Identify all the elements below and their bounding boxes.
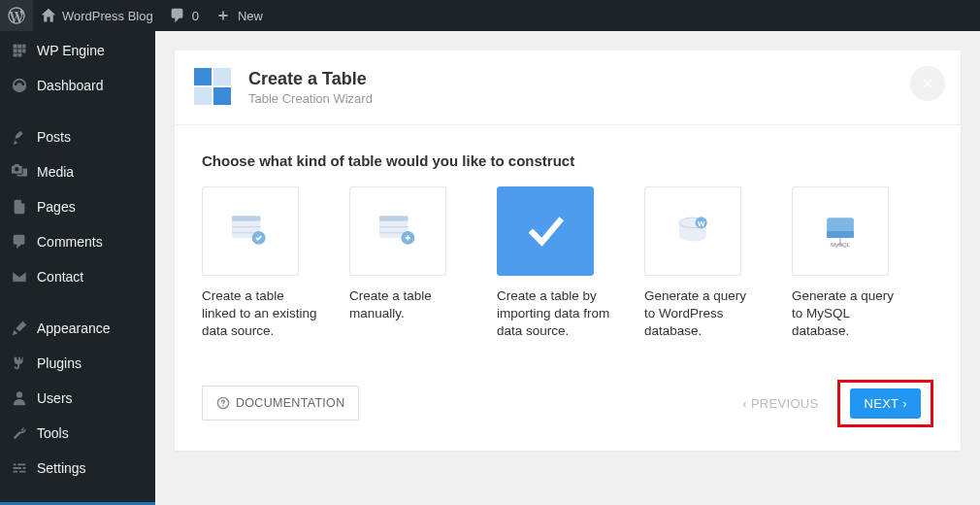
wizard-footer: DOCUMENTATION ‹ PREVIOUS NEXT › — [175, 364, 961, 451]
sidebar-item-media[interactable]: Media — [0, 154, 155, 189]
pin-icon — [10, 127, 29, 147]
new-content-link[interactable]: New — [207, 0, 271, 31]
menu-separator — [0, 109, 155, 114]
user-icon — [10, 388, 29, 408]
sidebar-item-label: Media — [37, 164, 74, 180]
svg-rect-32 — [827, 231, 854, 238]
chevron-left-icon: ‹ — [742, 396, 747, 411]
dashboard-icon — [10, 76, 29, 95]
next-label: NEXT — [864, 396, 898, 411]
site-title: WordPress Blog — [62, 9, 153, 23]
option-thumb — [497, 186, 594, 276]
option-label: Create a table by importing data from da… — [497, 287, 613, 341]
svg-point-8 — [16, 391, 22, 397]
sidebar-item-users[interactable]: Users — [0, 381, 155, 416]
option-thumb — [349, 186, 446, 276]
option-manual[interactable]: Create a table manually. — [349, 186, 474, 341]
comments-link[interactable]: 0 — [161, 0, 207, 31]
sidebar-item-label: Plugins — [37, 355, 82, 371]
next-highlight: NEXT › — [837, 380, 933, 427]
sidebar-item-plugins[interactable]: Plugins — [0, 346, 155, 381]
wizard-body: Choose what kind of table would you like… — [175, 125, 961, 364]
section-heading: Choose what kind of table would you like… — [202, 152, 933, 169]
help-icon — [216, 396, 230, 410]
sidebar-item-tools[interactable]: Tools — [0, 416, 155, 451]
svg-rect-16 — [213, 87, 231, 105]
comments-count: 0 — [192, 9, 199, 23]
option-thumb: W — [644, 186, 741, 276]
svg-rect-5 — [22, 49, 25, 52]
sidebar-item-label: Appearance — [37, 320, 111, 336]
svg-text:W: W — [698, 219, 705, 228]
svg-rect-15 — [194, 87, 212, 105]
sidebar-item-posts[interactable]: Posts — [0, 119, 155, 154]
option-list: Create a table linked to an existing dat… — [202, 186, 933, 341]
chevron-right-icon: › — [902, 396, 907, 411]
sliders-icon — [10, 458, 29, 478]
documentation-button[interactable]: DOCUMENTATION — [202, 386, 359, 421]
media-icon — [10, 162, 29, 182]
sidebar-item-wp-engine[interactable]: WP Engine — [0, 31, 155, 68]
envelope-icon — [10, 267, 29, 286]
wp-engine-icon — [10, 41, 29, 60]
wordpress-logo[interactable] — [0, 0, 33, 31]
sidebar-item-label: Posts — [37, 129, 71, 145]
wizard-nav: ‹ PREVIOUS NEXT › — [731, 380, 933, 427]
previous-button[interactable]: ‹ PREVIOUS — [731, 388, 830, 419]
wizard-header: Create a Table Table Creation Wizard — [175, 50, 961, 125]
manual-table-icon — [373, 206, 423, 256]
svg-rect-1 — [17, 45, 21, 49]
option-label: Create a table linked to an existing dat… — [202, 287, 318, 341]
mysql-db-icon: MySQL — [815, 206, 866, 256]
sidebar-item-appearance[interactable]: Appearance — [0, 311, 155, 346]
sidebar-item-pages[interactable]: Pages — [0, 189, 155, 224]
sidebar-item-label: WP Engine — [37, 43, 105, 58]
sidebar-item-label: Pages — [37, 199, 76, 215]
svg-rect-0 — [14, 45, 17, 49]
site-link[interactable]: WordPress Blog — [33, 0, 161, 31]
menu-separator — [0, 491, 155, 496]
svg-rect-2 — [22, 45, 25, 49]
documentation-label: DOCUMENTATION — [236, 396, 344, 410]
pages-icon — [10, 197, 29, 217]
option-linked-source[interactable]: Create a table linked to an existing dat… — [202, 186, 326, 341]
wizard-subtitle: Table Creation Wizard — [248, 91, 373, 106]
sidebar-item-comments[interactable]: Comments — [0, 224, 155, 259]
svg-rect-13 — [194, 68, 212, 85]
home-icon — [41, 8, 56, 23]
wizard-title: Create a Table — [248, 69, 373, 89]
sidebar-item-label: Users — [37, 390, 73, 406]
option-wp-query[interactable]: W Generate a query to WordPress database… — [644, 186, 768, 341]
option-mysql-query[interactable]: MySQL Generate a query to MySQL database… — [792, 186, 916, 341]
close-button[interactable] — [910, 66, 945, 101]
option-label: Create a table manually. — [349, 287, 466, 322]
svg-rect-4 — [17, 49, 21, 52]
sidebar-item-contact[interactable]: Contact — [0, 259, 155, 294]
next-button[interactable]: NEXT › — [850, 388, 921, 419]
close-icon — [920, 76, 935, 91]
plus-icon — [214, 7, 232, 24]
sidebar-item-label: Tools — [37, 425, 69, 441]
wp-db-icon: W — [668, 206, 718, 256]
previous-label: PREVIOUS — [751, 396, 819, 411]
comment-icon — [169, 7, 186, 24]
option-thumb — [202, 186, 299, 276]
sidebar-item-dashboard[interactable]: Dashboard — [0, 68, 155, 103]
brush-icon — [10, 319, 29, 338]
option-label: Generate a query to MySQL database. — [792, 287, 908, 341]
plug-icon — [10, 354, 29, 373]
svg-rect-3 — [14, 49, 17, 52]
option-label: Generate a query to WordPress database. — [644, 287, 761, 341]
sidebar-item-label: Contact — [37, 269, 83, 285]
linked-table-icon — [225, 206, 276, 256]
option-import[interactable]: Create a table by importing data from da… — [497, 186, 621, 341]
sidebar-item-label: Settings — [37, 460, 86, 476]
sidebar-item-settings[interactable]: Settings — [0, 451, 155, 486]
wrench-icon — [10, 423, 29, 443]
wpdatatables-logo-icon — [194, 68, 233, 107]
new-label: New — [238, 9, 263, 23]
main-content: Create a Table Table Creation Wizard Cho… — [155, 31, 980, 505]
svg-rect-18 — [232, 216, 260, 220]
wordpress-icon — [8, 7, 25, 24]
svg-rect-7 — [17, 53, 21, 56]
